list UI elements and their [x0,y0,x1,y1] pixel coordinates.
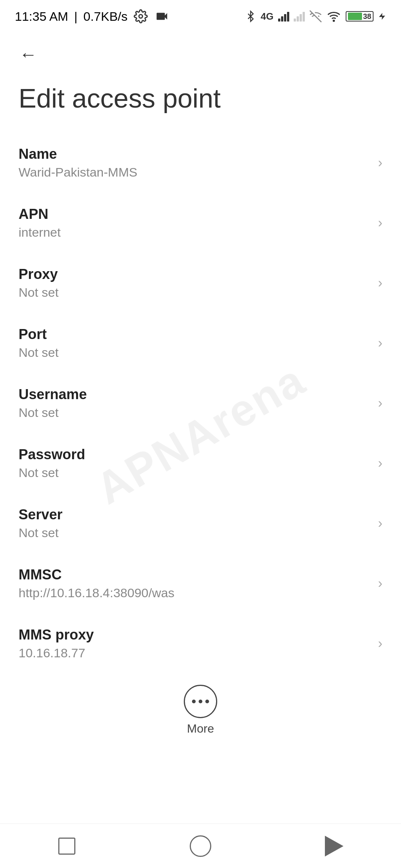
more-section: More [0,674,401,743]
settings-item-value-apn: internet [19,225,371,240]
battery-fill [348,13,362,20]
settings-item-username[interactable]: Username Not set › [0,373,401,433]
network-4g-icon: 4G [261,11,274,22]
status-right-icons: 4G 38 [245,9,386,23]
bluetooth-icon [245,9,256,23]
settings-item-label-server: Server [19,507,371,523]
nav-bar [0,823,401,868]
svg-point-2 [333,20,334,22]
settings-item-value-server: Not set [19,526,371,540]
back-button[interactable]: ← [15,41,42,68]
nav-triangle-icon [325,836,343,857]
settings-item-label-mms-proxy: MMS proxy [19,627,371,643]
settings-item-value-mmsc: http://10.16.18.4:38090/was [19,586,371,600]
battery-percent: 38 [363,12,371,21]
dot-3 [205,700,209,703]
settings-item-content-mmsc: MMSC http://10.16.18.4:38090/was [19,567,371,600]
wifi-icon [326,10,341,23]
settings-item-mmsc[interactable]: MMSC http://10.16.18.4:38090/was › [0,553,401,614]
dot-2 [199,700,202,703]
chevron-right-icon-username: › [378,395,382,411]
settings-item-label-username: Username [19,387,371,402]
settings-item-name[interactable]: Name Warid-Pakistan-MMS › [0,133,401,193]
settings-item-label-port: Port [19,326,371,342]
nav-home-button[interactable] [186,831,215,861]
settings-list: Name Warid-Pakistan-MMS › APN internet ›… [0,133,401,674]
chevron-right-icon-password: › [378,456,382,471]
settings-item-password[interactable]: Password Not set › [0,433,401,493]
status-time: 11:35 AM [15,9,68,24]
settings-item-value-password: Not set [19,466,371,480]
settings-item-content-mms-proxy: MMS proxy 10.16.18.77 [19,627,371,660]
svg-point-0 [139,14,143,18]
more-button[interactable] [184,685,217,718]
chevron-right-icon-server: › [378,516,382,531]
svg-marker-3 [379,13,385,20]
settings-item-value-mms-proxy: 10.16.18.77 [19,646,371,660]
settings-item-value-port: Not set [19,345,371,360]
chevron-right-icon-port: › [378,335,382,351]
settings-item-port[interactable]: Port Not set › [0,313,401,373]
signal-bars-1 [278,11,289,22]
page-title: Edit access point [0,75,401,133]
settings-item-label-mmsc: MMSC [19,567,371,583]
status-speed: 0.7KB/s [84,9,128,24]
no-signal-icon [309,10,322,23]
settings-item-value-name: Warid-Pakistan-MMS [19,165,371,180]
nav-back-button[interactable] [319,831,349,861]
settings-item-content-name: Name Warid-Pakistan-MMS [19,146,371,180]
chevron-right-icon-name: › [378,155,382,171]
settings-item-content-apn: APN internet [19,206,371,240]
chevron-right-icon-apn: › [378,215,382,231]
settings-item-value-proxy: Not set [19,285,371,300]
chevron-right-icon-proxy: › [378,275,382,291]
settings-item-content-username: Username Not set [19,387,371,420]
nav-square-icon [58,838,75,855]
settings-item-content-server: Server Not set [19,507,371,540]
settings-icon [134,9,148,23]
settings-item-label-apn: APN [19,206,371,222]
settings-item-label-proxy: Proxy [19,266,371,282]
more-dots-icon [192,700,209,703]
charge-icon [378,9,386,23]
settings-item-proxy[interactable]: Proxy Not set › [0,253,401,313]
settings-item-value-username: Not set [19,405,371,420]
signal-bars-2 [294,11,305,22]
toolbar: ← [0,30,401,75]
nav-circle-icon [190,835,211,857]
status-bar: 11:35 AM | 0.7KB/s 4G [0,0,401,30]
dot-1 [192,700,196,703]
settings-item-server[interactable]: Server Not set › [0,493,401,553]
settings-item-apn[interactable]: APN internet › [0,193,401,253]
status-separator: | [74,9,78,24]
settings-item-label-password: Password [19,447,371,463]
settings-item-label-name: Name [19,146,371,162]
back-arrow-icon: ← [19,44,37,65]
battery-indicator: 38 [346,11,374,22]
settings-item-content-password: Password Not set [19,447,371,480]
nav-recents-button[interactable] [52,831,82,861]
settings-item-mms-proxy[interactable]: MMS proxy 10.16.18.77 › [0,614,401,674]
settings-item-content-proxy: Proxy Not set [19,266,371,300]
camera-icon [154,9,170,23]
settings-item-content-port: Port Not set [19,326,371,360]
status-time-speed: 11:35 AM | 0.7KB/s [15,9,170,24]
chevron-right-icon-mms-proxy: › [378,636,382,651]
more-label: More [187,722,214,736]
chevron-right-icon-mmsc: › [378,576,382,591]
